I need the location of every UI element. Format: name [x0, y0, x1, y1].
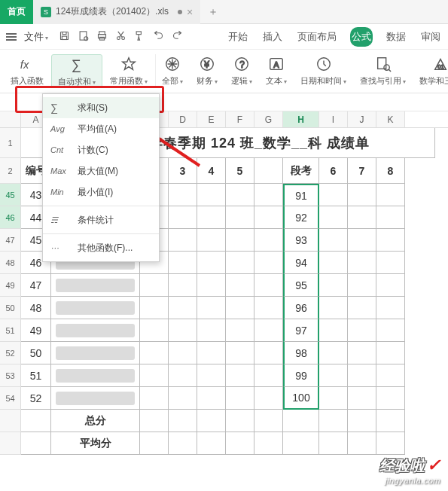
cell[interactable] [226, 364, 254, 387]
cell[interactable] [169, 342, 197, 364]
cell[interactable] [319, 252, 348, 274]
row-header[interactable]: 54 [0, 387, 21, 410]
ribbon-autosum[interactable]: ∑ 自动求和▾ [51, 54, 102, 88]
menu-page-layout[interactable]: 页面布局 [296, 27, 338, 47]
cut-icon[interactable] [115, 30, 126, 44]
row-header[interactable]: 45 [0, 184, 21, 206]
cell-exam[interactable]: 93 [283, 229, 319, 252]
cell[interactable] [169, 319, 197, 342]
row-header[interactable]: 49 [0, 274, 21, 297]
cell[interactable] [226, 342, 254, 364]
cell[interactable] [140, 342, 169, 364]
ribbon-logical[interactable]: ? 逻辑▾ [225, 54, 258, 87]
cell-name-blurred[interactable] [51, 387, 140, 410]
menu-start[interactable]: 开始 [227, 27, 249, 47]
col-header-D[interactable]: D [169, 111, 197, 127]
cell[interactable] [226, 184, 254, 206]
dropdown-count[interactable]: Cnt 计数(C) [43, 139, 159, 160]
dropdown-conditional[interactable]: ☴ 条件统计 [43, 209, 159, 230]
cell[interactable] [254, 432, 283, 455]
row-header[interactable]: 53 [0, 364, 21, 387]
cell[interactable] [319, 274, 348, 297]
cell[interactable] [254, 274, 283, 297]
tab-document[interactable]: S 124班成绩表（201402）.xls × [33, 0, 200, 24]
menu-data[interactable]: 数据 [385, 27, 407, 47]
cell[interactable] [376, 206, 405, 229]
cell[interactable] [376, 410, 405, 432]
cell[interactable] [254, 410, 283, 432]
cell[interactable] [197, 319, 226, 342]
row-header[interactable]: 2 [0, 158, 21, 184]
ribbon-lookup[interactable]: 查找与引用▾ [354, 54, 412, 87]
ribbon-financial[interactable]: ¥ 财务▾ [190, 54, 224, 87]
row-header[interactable]: 46 [0, 206, 21, 229]
cell[interactable] [226, 297, 254, 319]
cell-avg-label[interactable]: 平均分 [51, 432, 140, 455]
cell[interactable] [226, 410, 254, 432]
cell[interactable] [197, 252, 226, 274]
cell-id[interactable]: 48 [21, 297, 51, 319]
col-header-F[interactable]: F [226, 111, 254, 127]
cell-id[interactable]: 51 [21, 364, 51, 387]
cell[interactable] [197, 364, 226, 387]
cell[interactable] [197, 184, 226, 206]
cell[interactable] [169, 229, 197, 252]
tab-home[interactable]: 首页 [0, 0, 33, 24]
cell[interactable] [319, 387, 348, 410]
cell-name-blurred[interactable] [51, 274, 140, 297]
cell[interactable] [376, 342, 405, 364]
cell-header-exam[interactable]: 段考 [283, 158, 319, 184]
cell[interactable] [21, 410, 51, 432]
cell[interactable] [376, 297, 405, 319]
menu-formula[interactable]: 公式 [350, 27, 373, 47]
cell[interactable] [140, 297, 169, 319]
print-preview-icon[interactable] [78, 30, 89, 44]
cell[interactable] [348, 297, 376, 319]
cell[interactable] [319, 432, 348, 455]
col-header-E[interactable]: E [197, 111, 226, 127]
cell-exam[interactable]: 99 [283, 364, 319, 387]
save-icon[interactable] [59, 30, 70, 44]
cell[interactable] [254, 158, 283, 184]
dropdown-sum[interactable]: ∑ 求和(S) [43, 97, 159, 118]
cell[interactable] [254, 364, 283, 387]
cell-header-3[interactable]: 3 [169, 158, 197, 184]
cell-id[interactable]: 49 [21, 319, 51, 342]
cell[interactable] [319, 364, 348, 387]
row-header[interactable]: 1 [0, 128, 21, 158]
cell[interactable] [348, 342, 376, 364]
cell[interactable] [319, 184, 348, 206]
cell-name-blurred[interactable] [51, 342, 140, 364]
cell[interactable] [348, 206, 376, 229]
cell-name-blurred[interactable] [51, 297, 140, 319]
cell[interactable] [254, 387, 283, 410]
cell[interactable] [254, 297, 283, 319]
cell-header-5[interactable]: 5 [226, 158, 254, 184]
ribbon-all[interactable]: 全部▾ [155, 54, 189, 87]
cell[interactable] [376, 229, 405, 252]
select-all-corner[interactable] [0, 111, 21, 127]
cell[interactable] [140, 410, 169, 432]
dropdown-avg[interactable]: Avg 平均值(A) [43, 118, 159, 139]
cell[interactable] [254, 319, 283, 342]
cell[interactable] [376, 387, 405, 410]
cell[interactable] [254, 184, 283, 206]
cell-total-label[interactable]: 总分 [51, 410, 140, 432]
cell[interactable] [226, 252, 254, 274]
close-icon[interactable]: × [187, 7, 193, 17]
cell[interactable] [169, 364, 197, 387]
cell[interactable] [197, 342, 226, 364]
cell-exam[interactable]: 92 [283, 206, 319, 229]
cell[interactable] [226, 206, 254, 229]
cell[interactable] [319, 410, 348, 432]
row-header[interactable]: 48 [0, 252, 21, 274]
cell[interactable] [140, 387, 169, 410]
cell[interactable] [376, 274, 405, 297]
cell[interactable] [348, 432, 376, 455]
cell-header-7[interactable]: 7 [348, 158, 376, 184]
row-header[interactable] [0, 410, 21, 432]
row-header[interactable]: 52 [0, 342, 21, 364]
cell[interactable] [226, 387, 254, 410]
cell[interactable] [140, 319, 169, 342]
ribbon-datetime[interactable]: 日期和时间▾ [294, 54, 352, 87]
